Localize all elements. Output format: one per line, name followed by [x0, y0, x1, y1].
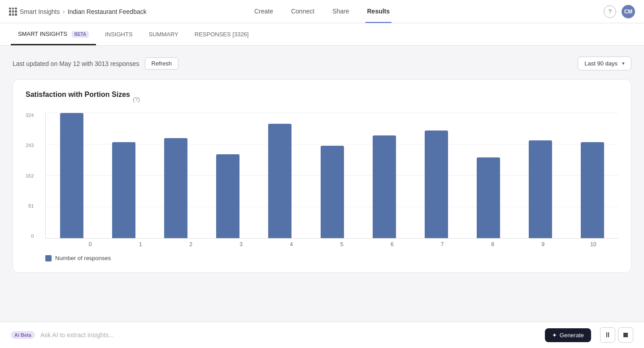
bar-group-8 — [462, 113, 514, 238]
nav-center: Create Connect Share Results — [252, 0, 392, 23]
bar-group-4 — [254, 113, 306, 238]
status-bar: Last updated on May 12 with 3013 respons… — [13, 57, 631, 70]
main-content: Last updated on May 12 with 3013 respons… — [0, 46, 644, 283]
x-label-4: 4 — [266, 241, 317, 248]
chart-plot-area — [45, 113, 618, 239]
bar-group-9 — [514, 113, 566, 238]
x-label-5: 5 — [317, 241, 367, 248]
tab-summary[interactable]: SUMMARY — [142, 24, 186, 45]
beta-badge: BETA — [72, 31, 89, 38]
bar-6[interactable] — [373, 135, 396, 238]
y-label-324: 324 — [26, 113, 37, 118]
x-label-2: 2 — [165, 241, 216, 248]
grid-icon — [9, 8, 17, 16]
nav-create[interactable]: Create — [252, 0, 275, 23]
y-label-0: 0 — [26, 234, 37, 239]
y-label-162: 162 — [26, 174, 37, 178]
bar-group-6 — [358, 113, 410, 238]
refresh-button[interactable]: Refresh — [145, 57, 179, 70]
chart-legend: Number of responses — [26, 255, 618, 261]
x-label-7: 7 — [417, 241, 467, 248]
chevron-down-icon: ▾ — [622, 61, 625, 66]
x-label-9: 9 — [518, 241, 568, 248]
help-button[interactable]: ? — [604, 5, 616, 18]
bar-group-1 — [98, 113, 150, 238]
y-axis: 0 81 162 243 324 — [26, 113, 37, 239]
breadcrumb-page: Indian Restaurant Feedback — [68, 8, 147, 15]
x-label-8: 8 — [468, 241, 518, 248]
x-label-1: 1 — [115, 241, 165, 248]
bar-7[interactable] — [425, 130, 448, 238]
bar-2[interactable] — [164, 138, 187, 238]
chart-tooltip-icon[interactable]: (?) — [133, 96, 140, 103]
bar-1[interactable] — [112, 142, 135, 238]
x-label-0: 0 — [65, 241, 115, 248]
bar-8[interactable] — [477, 157, 500, 238]
bar-0[interactable] — [60, 113, 83, 238]
legend-label: Number of responses — [55, 255, 111, 261]
bar-10[interactable] — [581, 142, 604, 238]
y-label-81: 81 — [26, 204, 37, 209]
bar-9[interactable] — [529, 140, 552, 238]
bar-3[interactable] — [216, 154, 239, 238]
bar-group-7 — [410, 113, 462, 238]
bar-group-10 — [566, 113, 618, 238]
tab-smart-insights[interactable]: SMART INSIGHTS BETA — [11, 23, 96, 45]
user-avatar[interactable]: CM — [622, 5, 635, 18]
tabs-bar: SMART INSIGHTS BETA INSIGHTS SUMMARY RES… — [0, 23, 644, 46]
nav-connect[interactable]: Connect — [289, 0, 316, 23]
x-label-6: 6 — [367, 241, 417, 248]
bar-4[interactable] — [268, 124, 292, 238]
bar-group-3 — [202, 113, 254, 238]
bar-chart: 0 81 162 243 324 0123456 — [26, 113, 618, 248]
status-left: Last updated on May 12 with 3013 respons… — [13, 57, 178, 70]
tab-responses[interactable]: RESPONSES [3326] — [187, 24, 256, 45]
nav-share[interactable]: Share — [331, 0, 351, 23]
legend-color-dot — [45, 255, 52, 261]
top-nav: Smart Insights › Indian Restaurant Feedb… — [0, 0, 644, 23]
app-name: Smart Insights — [20, 8, 60, 15]
x-axis-labels: 012345678910 — [45, 241, 618, 248]
chart-card: Satisfaction with Portion Sizes (?) 0 81… — [13, 79, 631, 273]
date-filter-dropdown[interactable]: Last 90 days ▾ — [578, 57, 631, 70]
bar-5[interactable] — [321, 146, 344, 238]
bar-group-5 — [306, 113, 358, 238]
x-label-10: 10 — [568, 241, 618, 248]
breadcrumb-arrow: › — [62, 8, 65, 16]
nav-right: ? CM — [604, 5, 635, 18]
tab-insights[interactable]: INSIGHTS — [98, 24, 139, 45]
date-filter-label: Last 90 days — [584, 60, 618, 67]
bar-group-2 — [150, 113, 202, 238]
status-text: Last updated on May 12 with 3013 respons… — [13, 60, 139, 67]
y-label-243: 243 — [26, 143, 37, 148]
chart-header: Satisfaction with Portion Sizes (?) — [26, 91, 618, 108]
chart-bars — [45, 113, 618, 239]
nav-results[interactable]: Results — [365, 0, 392, 23]
bar-group-0 — [46, 113, 98, 238]
app-logo[interactable]: Smart Insights — [9, 8, 60, 16]
x-label-3: 3 — [216, 241, 266, 248]
chart-title: Satisfaction with Portion Sizes — [26, 91, 130, 99]
